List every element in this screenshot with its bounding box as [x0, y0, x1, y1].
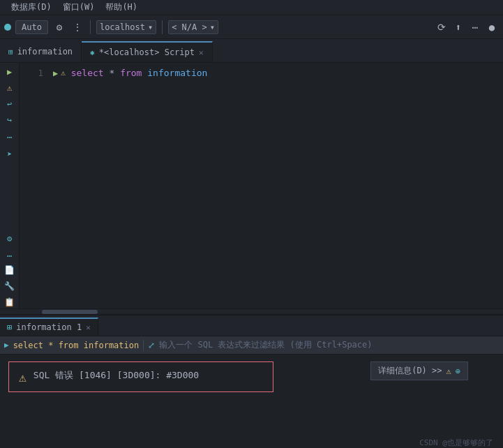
result-tab-close[interactable]: ✕	[86, 323, 91, 332]
divider-2	[162, 20, 163, 34]
dots-icon[interactable]: ⋮	[70, 20, 84, 34]
file-icon[interactable]: 📄	[3, 264, 17, 277]
scrollbar-thumb[interactable]	[42, 310, 98, 314]
more-icon[interactable]: ⋯	[468, 20, 482, 34]
keyword-from: from	[120, 66, 142, 81]
status-dot	[4, 24, 11, 31]
filter-divider	[143, 340, 144, 351]
settings2-icon[interactable]: ⚙	[3, 232, 17, 245]
tab-information[interactable]: ⊞ information	[0, 41, 82, 62]
auto-button[interactable]: Auto	[15, 20, 48, 34]
detail-button[interactable]: 详细信息(D) >> ⚠ ⊕	[370, 361, 468, 380]
menu-help[interactable]: 帮助(H)	[100, 1, 143, 13]
menu-bar: 数据库(D) 窗口(W) 帮助(H)	[0, 0, 503, 15]
error-box: ⚠ SQL 错误 [1046] [3D000]: #3D000	[8, 361, 273, 392]
result-tab-label: information 1	[16, 322, 82, 332]
expand-icon[interactable]: ⤢	[148, 341, 155, 350]
undo-icon[interactable]: ↩	[3, 98, 17, 111]
watermark: CSDN @也是够够的了	[419, 438, 493, 448]
table-icon: ⊞	[8, 47, 13, 57]
warn-detail-icon: ⚠	[446, 366, 451, 376]
chevron-down-icon: ▾	[148, 22, 153, 32]
error-warn-icon: ⚠	[19, 370, 27, 384]
run-arrow-icon: ▶	[53, 66, 58, 81]
toolbar-right: ⟳ ⬆ ⋯ ●	[435, 20, 499, 34]
filter-icon: ▶	[4, 341, 9, 350]
table-name: information	[142, 66, 207, 81]
dots2-icon[interactable]: …	[3, 248, 17, 261]
result-tab-1[interactable]: ⊞ information 1 ✕	[0, 318, 98, 336]
keyword-select: select	[71, 66, 104, 81]
error-area: ⚠ SQL 错误 [1046] [3D000]: #3D000 详细信息(D) …	[0, 354, 503, 448]
tool-icon[interactable]: 🔧	[3, 280, 17, 293]
filter-hint: 输入一个 SQL 表达式来过滤结果 (使用 Ctrl+Space)	[159, 339, 372, 351]
warn-line-icon: ⚠	[61, 66, 66, 81]
toolbar: Auto ⚙ ⋮ localhost ▾ < N/A > ▾ ⟳ ⬆ ⋯ ●	[0, 15, 503, 39]
line-numbers: 1	[20, 63, 47, 308]
result-tab-bar: ⊞ information 1 ✕	[0, 315, 503, 336]
refresh-icon[interactable]: ⟳	[435, 20, 449, 34]
terminal-icon[interactable]: ➤	[3, 148, 17, 161]
tab-script[interactable]: ✱ *<localhost> Script ✕	[82, 41, 213, 62]
clipboard-icon[interactable]: 📋	[3, 295, 17, 308]
code-line-1: ▶ ⚠ select * from information	[53, 66, 497, 81]
operator-star: *	[104, 66, 120, 81]
script-icon: ✱	[90, 48, 95, 57]
ellipsis-icon[interactable]: …	[3, 129, 17, 142]
db-selector[interactable]: < N/A > ▾	[168, 20, 218, 34]
filter-query[interactable]: select * from information	[13, 341, 140, 350]
db-label: < N/A >	[172, 22, 207, 32]
host-selector[interactable]: localhost ▾	[96, 20, 156, 34]
tab-information-label: information	[17, 47, 73, 57]
run-icon[interactable]: ▶	[3, 66, 17, 79]
chevron-down-icon-2: ▾	[210, 22, 215, 32]
menu-database[interactable]: 数据库(D)	[6, 1, 57, 13]
detail-button-label: 详细信息(D) >>	[378, 365, 442, 377]
tab-bar: ⊞ information ✱ *<localhost> Script ✕	[0, 39, 503, 63]
settings-icon[interactable]: ⚙	[52, 20, 66, 34]
editor-area: ▶ ⚠ ↩ ↪ … ➤ ⚙ … 📄 🔧 📋 1 ▶ ⚠ select * fro…	[0, 63, 503, 308]
close-icon[interactable]: ✕	[199, 48, 204, 57]
line-number-1: 1	[38, 66, 43, 81]
tab-script-label: *<localhost> Script	[99, 47, 195, 57]
filter-bar: ▶ select * from information ⤢ 输入一个 SQL 表…	[0, 336, 503, 354]
code-editor[interactable]: ▶ ⚠ select * from information	[47, 63, 503, 308]
upload-icon[interactable]: ⬆	[451, 20, 465, 34]
result-tab-icon: ⊞	[7, 322, 12, 332]
warn-sidebar-icon[interactable]: ⚠	[3, 82, 17, 95]
redo-icon[interactable]: ↪	[3, 113, 17, 126]
left-sidebar: ▶ ⚠ ↩ ↪ … ➤ ⚙ … 📄 🔧 📋	[0, 63, 20, 308]
divider-1	[90, 20, 91, 34]
circle-icon[interactable]: ●	[485, 20, 499, 34]
run-indicator: ▶ ⚠	[53, 66, 66, 81]
error-message: SQL 错误 [1046] [3D000]: #3D000	[33, 369, 199, 382]
globe-detail-icon: ⊕	[456, 366, 460, 376]
menu-window[interactable]: 窗口(W)	[57, 1, 100, 13]
bottom-panel: ⊞ information 1 ✕ ▶ select * from inform…	[0, 314, 503, 448]
host-label: localhost	[100, 22, 145, 32]
editor-scrollbar[interactable]	[0, 308, 503, 314]
